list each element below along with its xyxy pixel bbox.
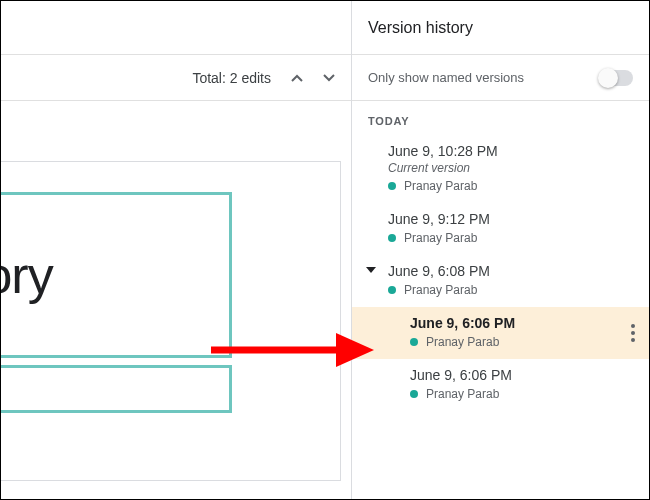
title-selection-box: story — [0, 192, 232, 358]
author-dot-icon — [388, 182, 396, 190]
author-dot-icon — [388, 234, 396, 242]
version-author: Pranay Parab — [426, 387, 499, 401]
version-item-selected[interactable]: June 9, 6:06 PM Pranay Parab — [352, 307, 649, 359]
chevron-up-icon — [291, 74, 303, 82]
version-timestamp: June 9, 10:28 PM — [388, 143, 633, 159]
next-edit-button[interactable] — [315, 64, 343, 92]
version-author: Pranay Parab — [404, 283, 477, 297]
version-author: Pranay Parab — [426, 335, 499, 349]
slide-title-text: story — [0, 245, 53, 305]
named-versions-row: Only show named versions — [352, 55, 649, 101]
author-dot-icon — [388, 286, 396, 294]
version-history-panel: Version history Only show named versions… — [351, 1, 649, 499]
version-author-row: Pranay Parab — [388, 179, 633, 193]
total-edits-label: Total: 2 edits — [192, 70, 271, 86]
version-item-expandable[interactable]: June 9, 6:08 PM Pranay Parab — [352, 255, 649, 307]
version-author: Pranay Parab — [404, 231, 477, 245]
author-dot-icon — [410, 338, 418, 346]
caret-down-icon — [366, 267, 376, 273]
section-today: TODAY — [352, 101, 649, 135]
version-item[interactable]: June 9, 9:12 PM Pranay Parab — [352, 203, 649, 255]
version-author-row: Pranay Parab — [388, 283, 633, 297]
version-timestamp: June 9, 6:06 PM — [410, 367, 633, 383]
slide-thumbnail: story des — [0, 161, 341, 481]
version-author-row: Pranay Parab — [388, 231, 633, 245]
previous-edit-button[interactable] — [283, 64, 311, 92]
more-options-icon[interactable] — [631, 324, 635, 342]
version-item[interactable]: June 9, 6:06 PM Pranay Parab — [352, 359, 649, 411]
version-item[interactable]: June 9, 10:28 PM Current version Pranay … — [352, 135, 649, 203]
named-versions-toggle[interactable] — [599, 70, 633, 86]
panel-title: Version history — [352, 1, 649, 55]
chevron-down-icon — [323, 74, 335, 82]
version-author-row: Pranay Parab — [410, 335, 633, 349]
version-author-row: Pranay Parab — [410, 387, 633, 401]
named-versions-label: Only show named versions — [368, 70, 524, 85]
version-timestamp: June 9, 6:06 PM — [410, 315, 633, 331]
subtitle-selection-box: des — [0, 365, 232, 413]
version-author: Pranay Parab — [404, 179, 477, 193]
document-area: Total: 2 edits story des — [1, 1, 351, 500]
version-timestamp: June 9, 6:08 PM — [388, 263, 633, 279]
current-version-label: Current version — [388, 161, 633, 175]
version-timestamp: June 9, 9:12 PM — [388, 211, 633, 227]
top-bar-spacer — [1, 1, 351, 55]
author-dot-icon — [410, 390, 418, 398]
edits-toolbar: Total: 2 edits — [1, 55, 351, 101]
